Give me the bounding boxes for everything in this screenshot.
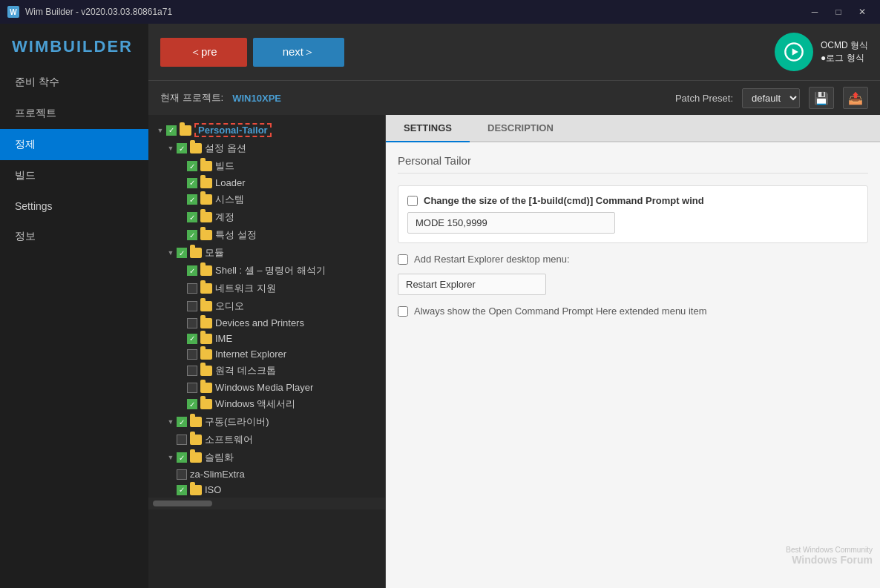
- hscroll-thumb[interactable]: [153, 501, 212, 506]
- panel-content: Personal Tailor Change the size of the […: [386, 142, 880, 588]
- checkbox-ie[interactable]: [187, 349, 197, 360]
- ocmd-button[interactable]: [775, 33, 813, 71]
- checkbox-personal-tailor[interactable]: ✓: [166, 125, 177, 136]
- tree-item-account[interactable]: ✓ 계정: [148, 208, 385, 226]
- expand-icon-account: [177, 213, 185, 222]
- checkbox-modules[interactable]: ✓: [177, 248, 187, 258]
- checkbox-za-slimextra[interactable]: [177, 469, 187, 480]
- checkbox-devices-printers[interactable]: [187, 318, 197, 328]
- expand-icon-features: [177, 231, 185, 240]
- minimize-button[interactable]: ─: [804, 4, 825, 19]
- folder-icon-remote-desktop: [200, 366, 212, 376]
- tree-item-ie[interactable]: Internet Explorer: [148, 346, 385, 362]
- sidebar-item-준비착수[interactable]: 준비 착수: [0, 67, 148, 98]
- tree-panel: ▼ ✓ Personal-Tailor ▼ ✓ 설정 옵션 ✓: [148, 115, 386, 588]
- tab-description[interactable]: DESCRIPTION: [470, 115, 571, 142]
- label-personal-tailor: Personal-Tailor: [194, 123, 272, 137]
- checkbox-win-accessories[interactable]: ✓: [187, 399, 197, 409]
- tree-item-personal-tailor[interactable]: ▼ ✓ Personal-Tailor: [148, 121, 385, 139]
- checkbox-features[interactable]: ✓: [187, 230, 197, 240]
- checkbox-shell[interactable]: ✓: [187, 265, 197, 276]
- sidebar-item-정제[interactable]: 정제: [0, 129, 148, 160]
- label-remote-desktop: 원격 데스크톱: [215, 364, 276, 377]
- maximize-button[interactable]: □: [828, 4, 849, 19]
- label-features: 특성 설정: [215, 228, 257, 242]
- checkbox-cmdsize[interactable]: [407, 196, 418, 206]
- checkbox-open-cmd-here[interactable]: [398, 306, 408, 317]
- checkbox-ime[interactable]: ✓: [187, 334, 197, 344]
- next-button[interactable]: next＞: [253, 38, 344, 67]
- patch-preset-select[interactable]: default: [742, 88, 800, 108]
- tree-item-iso[interactable]: ✓ ISO: [148, 482, 385, 498]
- tree-item-ime[interactable]: ✓ IME: [148, 331, 385, 346]
- folder-icon-ie: [200, 349, 212, 360]
- tree-item-features[interactable]: ✓ 특성 설정: [148, 226, 385, 244]
- checkbox-software[interactable]: [177, 435, 187, 445]
- label-wmp: Windows Media Player: [215, 382, 313, 393]
- tree-item-slim[interactable]: ▼ ✓ 슬림화: [148, 449, 385, 466]
- checkbox-audio[interactable]: [187, 301, 197, 311]
- horizontal-scrollbar[interactable]: [148, 498, 385, 509]
- label-drivers: 구동(드라이버): [205, 415, 269, 429]
- tree-item-network[interactable]: 네트워크 지원: [148, 280, 385, 297]
- close-button[interactable]: ✕: [852, 4, 873, 19]
- sidebar-item-정보[interactable]: 정보: [0, 221, 148, 252]
- folder-icon-audio: [200, 301, 212, 311]
- folder-icon-build: [200, 161, 212, 171]
- checkbox-remote-desktop[interactable]: [187, 366, 197, 376]
- tree-item-software[interactable]: 소프트웨어: [148, 431, 385, 449]
- checkbox-system[interactable]: ✓: [187, 194, 197, 205]
- tab-settings[interactable]: SETTINGS: [386, 115, 470, 142]
- tree-item-wmp[interactable]: Windows Media Player: [148, 380, 385, 395]
- folder-icon-ime: [200, 334, 212, 344]
- sidebar: WIMBUILDER 준비 착수 프로젝트 정제 빌드 Settings 정보: [0, 24, 148, 588]
- checkbox-settings-options[interactable]: ✓: [177, 143, 187, 153]
- checkbox-loader[interactable]: ✓: [187, 178, 197, 188]
- tree-item-build[interactable]: ✓ 빌드: [148, 157, 385, 175]
- checkbox-drivers[interactable]: ✓: [177, 417, 187, 427]
- tree-item-settings-options[interactable]: ▼ ✓ 설정 옵션: [148, 139, 385, 157]
- tree-item-loader[interactable]: ✓ Loader: [148, 175, 385, 191]
- watermark: Best Windows Community Windows Forum: [786, 546, 873, 566]
- tree-item-remote-desktop[interactable]: 원격 데스크톱: [148, 362, 385, 380]
- tree-item-devices-printers[interactable]: Devices and Printers: [148, 315, 385, 331]
- checkbox-slim[interactable]: ✓: [177, 452, 187, 463]
- export-button[interactable]: 📤: [843, 87, 868, 109]
- watermark-text: Best Windows Community Windows Forum: [786, 546, 873, 566]
- sidebar-item-settings[interactable]: Settings: [0, 191, 148, 221]
- tree-item-shell[interactable]: ✓ Shell : 셸 – 명령어 해석기: [148, 262, 385, 280]
- checkbox-restart-explorer[interactable]: [398, 254, 408, 265]
- title-bar-controls: ─ □ ✕: [804, 4, 873, 19]
- input-cmdsize[interactable]: [407, 212, 615, 234]
- label-cmdsize: Change the size of the [1-build(cmd)] Co…: [424, 195, 704, 206]
- label-za-slimextra: za-SlimExtra: [190, 469, 245, 480]
- pre-button[interactable]: ＜pre: [160, 38, 247, 67]
- input-restart-explorer[interactable]: [398, 274, 546, 295]
- label-network: 네트워크 지원: [215, 282, 276, 295]
- checkbox-wmp[interactable]: [187, 383, 197, 393]
- label-loader: Loader: [215, 177, 245, 188]
- tree-item-audio[interactable]: 오디오: [148, 297, 385, 315]
- save-button[interactable]: 💾: [809, 87, 834, 109]
- folder-icon-settings-options: [190, 143, 202, 153]
- tree-item-win-accessories[interactable]: ✓ Windows 액세서리: [148, 395, 385, 413]
- watermark-line2: Windows Forum: [786, 554, 873, 566]
- checkbox-account[interactable]: ✓: [187, 212, 197, 222]
- panel-section-title: Personal Tailor: [398, 154, 868, 174]
- tree-item-za-slimextra[interactable]: za-SlimExtra: [148, 466, 385, 482]
- checkbox-network[interactable]: [187, 283, 197, 294]
- tree-item-drivers[interactable]: ▼ ✓ 구동(드라이버): [148, 413, 385, 431]
- sidebar-item-프로젝트[interactable]: 프로젝트: [0, 98, 148, 129]
- label-modules: 모듈: [205, 246, 224, 260]
- checkbox-iso[interactable]: ✓: [177, 485, 187, 495]
- setting-group-restart-explorer: Add Restart Explorer desktop menu:: [398, 254, 868, 295]
- label-ie: Internet Explorer: [215, 348, 286, 360]
- tree-item-system[interactable]: ✓ 시스템: [148, 191, 385, 208]
- patch-preset-label: Patch Preset:: [675, 93, 733, 104]
- sidebar-item-빌드[interactable]: 빌드: [0, 160, 148, 191]
- label-iso: ISO: [205, 484, 221, 495]
- checkbox-build[interactable]: ✓: [187, 161, 197, 171]
- folder-icon-slim: [190, 452, 202, 463]
- folder-icon-features: [200, 230, 212, 240]
- tree-item-modules[interactable]: ▼ ✓ 모듈: [148, 244, 385, 262]
